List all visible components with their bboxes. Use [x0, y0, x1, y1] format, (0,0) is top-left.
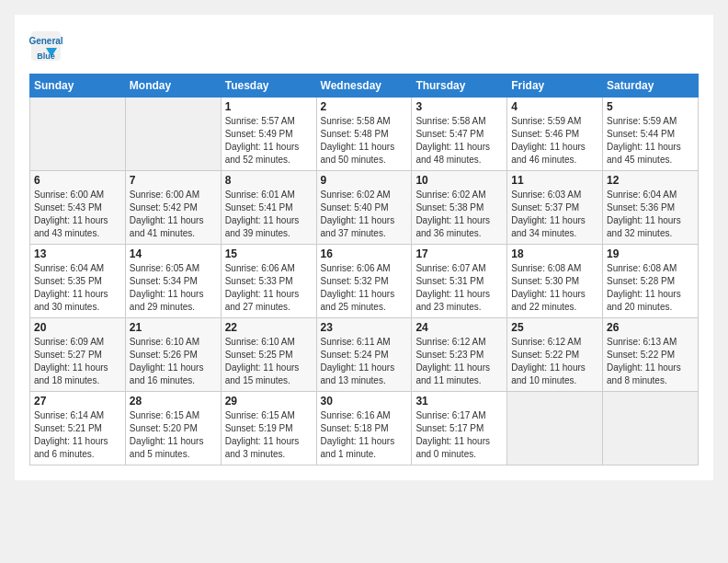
calendar-cell: 14Sunrise: 6:05 AMSunset: 5:34 PMDayligh…	[125, 245, 221, 318]
day-number: 8	[225, 174, 313, 187]
logo-icon: General Blue	[29, 29, 63, 63]
calendar-cell: 5Sunrise: 5:59 AMSunset: 5:44 PMDaylight…	[603, 98, 699, 171]
day-info: Sunrise: 6:14 AMSunset: 5:21 PMDaylight:…	[34, 409, 121, 461]
day-number: 16	[321, 247, 408, 260]
day-info: Sunrise: 6:15 AMSunset: 5:20 PMDaylight:…	[130, 409, 217, 461]
day-number: 7	[130, 174, 217, 187]
day-number: 18	[511, 247, 598, 260]
day-number: 29	[225, 395, 313, 408]
day-info: Sunrise: 6:02 AMSunset: 5:38 PMDaylight:…	[415, 189, 503, 240]
calendar-cell: 8Sunrise: 6:01 AMSunset: 5:41 PMDaylight…	[221, 171, 316, 245]
day-info: Sunrise: 6:16 AMSunset: 5:18 PMDaylight:…	[321, 409, 408, 461]
calendar-cell: 30Sunrise: 6:16 AMSunset: 5:18 PMDayligh…	[316, 392, 412, 465]
calendar-cell: 27Sunrise: 6:14 AMSunset: 5:21 PMDayligh…	[30, 392, 126, 465]
day-info: Sunrise: 5:59 AMSunset: 5:44 PMDaylight:…	[607, 115, 694, 167]
day-info: Sunrise: 6:01 AMSunset: 5:41 PMDaylight:…	[225, 189, 313, 240]
day-info: Sunrise: 5:59 AMSunset: 5:46 PMDaylight:…	[511, 115, 598, 167]
day-number: 28	[130, 395, 217, 408]
day-number: 15	[225, 247, 313, 260]
calendar-cell	[507, 392, 603, 465]
day-number: 1	[225, 100, 313, 113]
day-info: Sunrise: 6:11 AMSunset: 5:24 PMDaylight:…	[321, 336, 408, 387]
day-info: Sunrise: 6:06 AMSunset: 5:33 PMDaylight:…	[225, 262, 313, 314]
day-number: 9	[321, 174, 408, 187]
day-number: 11	[511, 174, 598, 187]
calendar-cell: 15Sunrise: 6:06 AMSunset: 5:33 PMDayligh…	[221, 245, 316, 318]
calendar-cell: 10Sunrise: 6:02 AMSunset: 5:38 PMDayligh…	[412, 171, 507, 245]
calendar-cell: 23Sunrise: 6:11 AMSunset: 5:24 PMDayligh…	[316, 318, 412, 392]
calendar-cell	[125, 98, 221, 171]
day-number: 23	[321, 321, 408, 334]
calendar-cell: 20Sunrise: 6:09 AMSunset: 5:27 PMDayligh…	[30, 318, 126, 392]
svg-text:General: General	[29, 36, 63, 46]
day-info: Sunrise: 6:15 AMSunset: 5:19 PMDaylight:…	[225, 409, 313, 461]
day-info: Sunrise: 5:58 AMSunset: 5:48 PMDaylight:…	[321, 115, 408, 167]
day-info: Sunrise: 6:13 AMSunset: 5:22 PMDaylight:…	[607, 336, 694, 387]
calendar-cell	[603, 392, 699, 465]
day-info: Sunrise: 6:08 AMSunset: 5:28 PMDaylight:…	[607, 262, 694, 314]
calendar-cell: 28Sunrise: 6:15 AMSunset: 5:20 PMDayligh…	[125, 392, 221, 465]
week-row-4: 20Sunrise: 6:09 AMSunset: 5:27 PMDayligh…	[30, 318, 699, 392]
calendar-cell: 7Sunrise: 6:00 AMSunset: 5:42 PMDaylight…	[125, 171, 221, 245]
calendar-cell: 31Sunrise: 6:17 AMSunset: 5:17 PMDayligh…	[412, 392, 507, 465]
day-info: Sunrise: 6:02 AMSunset: 5:40 PMDaylight:…	[321, 189, 408, 240]
calendar-cell: 3Sunrise: 5:58 AMSunset: 5:47 PMDaylight…	[412, 98, 507, 171]
day-info: Sunrise: 5:57 AMSunset: 5:49 PMDaylight:…	[225, 115, 313, 167]
calendar-cell: 12Sunrise: 6:04 AMSunset: 5:36 PMDayligh…	[603, 171, 699, 245]
day-number: 10	[415, 174, 503, 187]
day-info: Sunrise: 6:09 AMSunset: 5:27 PMDaylight:…	[34, 336, 121, 387]
calendar-cell: 24Sunrise: 6:12 AMSunset: 5:23 PMDayligh…	[412, 318, 507, 392]
day-info: Sunrise: 6:04 AMSunset: 5:35 PMDaylight:…	[34, 262, 121, 314]
day-info: Sunrise: 6:06 AMSunset: 5:32 PMDaylight:…	[321, 262, 408, 314]
day-info: Sunrise: 6:12 AMSunset: 5:23 PMDaylight:…	[415, 336, 503, 387]
calendar-cell: 17Sunrise: 6:07 AMSunset: 5:31 PMDayligh…	[412, 245, 507, 318]
day-number: 13	[34, 247, 121, 260]
calendar-cell: 9Sunrise: 6:02 AMSunset: 5:40 PMDaylight…	[316, 171, 412, 245]
day-number: 12	[607, 174, 694, 187]
svg-text:Blue: Blue	[37, 52, 55, 61]
day-info: Sunrise: 6:10 AMSunset: 5:26 PMDaylight:…	[130, 336, 217, 387]
calendar-page: General Blue SundayMondayTuesdayWednesda…	[15, 15, 713, 480]
day-info: Sunrise: 5:58 AMSunset: 5:47 PMDaylight:…	[415, 115, 503, 167]
day-info: Sunrise: 6:12 AMSunset: 5:22 PMDaylight:…	[511, 336, 598, 387]
calendar-cell: 11Sunrise: 6:03 AMSunset: 5:37 PMDayligh…	[507, 171, 603, 245]
day-info: Sunrise: 6:03 AMSunset: 5:37 PMDaylight:…	[511, 189, 598, 240]
day-info: Sunrise: 6:17 AMSunset: 5:17 PMDaylight:…	[415, 409, 503, 461]
day-number: 6	[34, 174, 121, 187]
weekday-header-row: SundayMondayTuesdayWednesdayThursdayFrid…	[30, 75, 699, 98]
day-number: 27	[34, 395, 121, 408]
calendar-cell: 18Sunrise: 6:08 AMSunset: 5:30 PMDayligh…	[507, 245, 603, 318]
day-info: Sunrise: 6:00 AMSunset: 5:43 PMDaylight:…	[34, 189, 121, 240]
day-info: Sunrise: 6:04 AMSunset: 5:36 PMDaylight:…	[607, 189, 694, 240]
day-number: 19	[607, 247, 694, 260]
calendar-cell: 16Sunrise: 6:06 AMSunset: 5:32 PMDayligh…	[316, 245, 412, 318]
day-number: 5	[607, 100, 694, 113]
weekday-header-thursday: Thursday	[412, 75, 507, 98]
calendar-cell: 25Sunrise: 6:12 AMSunset: 5:22 PMDayligh…	[507, 318, 603, 392]
weekday-header-wednesday: Wednesday	[316, 75, 412, 98]
calendar-cell: 2Sunrise: 5:58 AMSunset: 5:48 PMDaylight…	[316, 98, 412, 171]
calendar-table: SundayMondayTuesdayWednesdayThursdayFrid…	[29, 74, 699, 465]
calendar-cell: 6Sunrise: 6:00 AMSunset: 5:43 PMDaylight…	[30, 171, 126, 245]
day-number: 30	[321, 395, 408, 408]
calendar-cell: 1Sunrise: 5:57 AMSunset: 5:49 PMDaylight…	[221, 98, 316, 171]
calendar-cell: 19Sunrise: 6:08 AMSunset: 5:28 PMDayligh…	[603, 245, 699, 318]
calendar-cell: 29Sunrise: 6:15 AMSunset: 5:19 PMDayligh…	[221, 392, 316, 465]
week-row-3: 13Sunrise: 6:04 AMSunset: 5:35 PMDayligh…	[30, 245, 699, 318]
day-info: Sunrise: 6:08 AMSunset: 5:30 PMDaylight:…	[511, 262, 598, 314]
day-number: 24	[415, 321, 503, 334]
day-number: 25	[511, 321, 598, 334]
week-row-2: 6Sunrise: 6:00 AMSunset: 5:43 PMDaylight…	[30, 171, 699, 245]
weekday-header-monday: Monday	[125, 75, 221, 98]
day-number: 22	[225, 321, 313, 334]
calendar-cell: 22Sunrise: 6:10 AMSunset: 5:25 PMDayligh…	[221, 318, 316, 392]
weekday-header-tuesday: Tuesday	[221, 75, 316, 98]
day-number: 31	[415, 395, 503, 408]
calendar-cell: 4Sunrise: 5:59 AMSunset: 5:46 PMDaylight…	[507, 98, 603, 171]
calendar-cell	[30, 98, 126, 171]
day-info: Sunrise: 6:00 AMSunset: 5:42 PMDaylight:…	[130, 189, 217, 240]
day-number: 4	[511, 100, 598, 113]
week-row-5: 27Sunrise: 6:14 AMSunset: 5:21 PMDayligh…	[30, 392, 699, 465]
day-number: 17	[415, 247, 503, 260]
calendar-cell: 21Sunrise: 6:10 AMSunset: 5:26 PMDayligh…	[125, 318, 221, 392]
